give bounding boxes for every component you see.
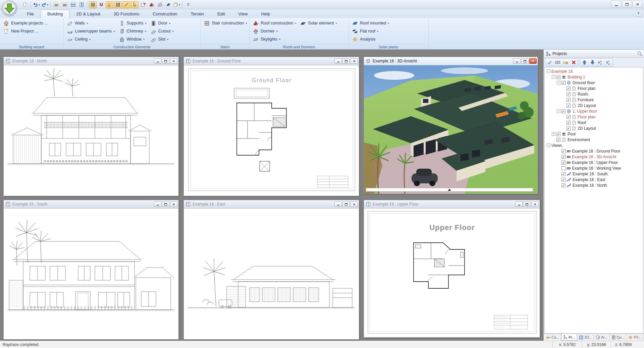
tree-checkbox[interactable]: ✓	[561, 161, 566, 165]
tree-checkbox[interactable]: ✓	[567, 104, 571, 108]
tree-checkbox[interactable]: ✓	[556, 138, 560, 142]
dropdown-arrow-icon[interactable]: ▾	[388, 22, 389, 25]
window-restore-button[interactable]	[342, 58, 350, 64]
redo-icon[interactable]: ▾	[41, 1, 49, 8]
tree-item-views[interactable]: −Views	[545, 142, 643, 148]
dropdown-arrow-icon[interactable]: ▾	[145, 22, 147, 25]
tree-checkbox[interactable]: ✓	[567, 92, 571, 96]
ribbon-ceiling[interactable]: Ceiling▾	[66, 35, 116, 43]
ribbon-door[interactable]: Door▾	[149, 19, 175, 27]
edit-icon[interactable]	[561, 59, 570, 66]
tab-edit[interactable]: Edit	[211, 10, 231, 18]
window-upper-floor[interactable]: Example 16 : Upper Floor× Upper Floor	[364, 200, 540, 338]
ribbon-new-project[interactable]: New Project ...	[2, 27, 49, 35]
toolbar-options-icon[interactable]	[184, 1, 192, 8]
tab-3d-functions[interactable]: 3D Functions	[107, 10, 146, 18]
tree-item-example-16-3d-ansicht[interactable]: ✓3DExample 16 : 3D-Ansicht	[545, 154, 643, 160]
ribbon-supports[interactable]: Supports▾	[118, 19, 148, 27]
panel-tab-qu[interactable]: Qu...	[610, 334, 627, 341]
3d-render-view[interactable]	[364, 65, 538, 194]
tree-item-example-16-north[interactable]: ✓Example 16 : North	[545, 182, 643, 188]
tree-checkbox[interactable]: ✓	[567, 115, 571, 119]
window-minimize-button[interactable]	[154, 201, 161, 207]
window-restore-button[interactable]	[523, 201, 531, 207]
transfer-window-icon[interactable]	[139, 1, 147, 8]
solar-tool-icon[interactable]	[164, 1, 172, 8]
ribbon-window[interactable]: Window▾	[118, 35, 148, 43]
dropdown-arrow-icon[interactable]: ▾	[172, 30, 173, 33]
tree-item-pool[interactable]: +✓Pool	[545, 131, 643, 137]
split-vertical-icon[interactable]	[77, 1, 85, 8]
window-north[interactable]: Example 16 : North×	[3, 57, 179, 196]
north-elevation-view[interactable]	[4, 65, 178, 196]
ribbon-skylights[interactable]: Skylights▾	[252, 35, 298, 43]
panel-tab-ar[interactable]: Ar...	[594, 334, 610, 341]
dropdown-arrow-icon[interactable]: ▾	[276, 30, 278, 33]
tree-checkbox[interactable]: ✓	[561, 149, 566, 153]
delete-icon[interactable]	[570, 59, 578, 66]
new-drawing-icon[interactable]	[21, 1, 29, 8]
tab-help[interactable]: Help	[254, 10, 277, 18]
tab-terrain[interactable]: Terrain	[184, 10, 211, 18]
snap-magnet-icon[interactable]	[97, 1, 105, 8]
dropdown-arrow-icon[interactable]: ▾	[279, 38, 280, 41]
tree-item-building-1[interactable]: −✓Building 1	[545, 74, 643, 80]
window-south[interactable]: Example 16 : South×	[3, 200, 179, 340]
expand-icon[interactable]: +	[552, 132, 555, 136]
tree-item-example-16-ground-floor[interactable]: ✓2DExample 16 : Ground Floor	[545, 148, 643, 154]
tree-item-example-16-east[interactable]: ✓Example 16 : East	[545, 177, 643, 182]
tab-2d-layout[interactable]: 2D & Layout	[69, 10, 107, 18]
sort-za-icon[interactable]: za	[604, 59, 612, 66]
tree-checkbox[interactable]: ✓	[561, 172, 566, 176]
move-up-icon[interactable]	[580, 59, 588, 66]
parallel-guides-icon[interactable]	[114, 1, 122, 8]
collapse-icon[interactable]: −	[547, 69, 550, 73]
grid-icon[interactable]	[89, 1, 97, 8]
window-titlebar[interactable]: Example 16 : Upper Floor×	[364, 200, 540, 209]
window-restore-button[interactable]	[342, 201, 350, 207]
panel-tab-ca[interactable]: Ca...	[544, 334, 561, 341]
tree-item-environment[interactable]: ✓Environment	[545, 137, 643, 142]
split-horizontal-icon[interactable]	[69, 1, 77, 8]
window-close-button[interactable]: ×	[170, 201, 177, 207]
dropdown-arrow-icon[interactable]: ▾	[169, 22, 170, 25]
window-titlebar[interactable]: Example 16 : South×	[4, 200, 178, 209]
window-minimize-button[interactable]	[334, 58, 342, 64]
window-close-button[interactable]: ×	[351, 201, 358, 207]
tree-item-ground-floor[interactable]: −✓Ground floor	[545, 80, 643, 85]
help-icon[interactable]: ?	[635, 11, 641, 17]
dropdown-arrow-icon[interactable]: ▾	[335, 22, 337, 25]
ribbon-slot[interactable]: Slot▾	[149, 35, 175, 43]
window-minimize-button[interactable]	[513, 58, 521, 64]
upper-floor-plan-view[interactable]: Upper Floor	[364, 209, 540, 337]
pin-icon[interactable]	[637, 51, 643, 57]
tree-checkbox[interactable]: ✓	[567, 98, 571, 102]
south-elevation-view[interactable]	[4, 209, 178, 339]
tree-checkbox[interactable]: ✓	[567, 86, 571, 91]
tab-file[interactable]: File	[20, 10, 41, 18]
tree-checkbox[interactable]: ✓	[556, 132, 560, 136]
tree-checkbox[interactable]: ✓	[561, 81, 566, 85]
tree-checkbox[interactable]: ✓	[556, 75, 560, 79]
collapse-icon[interactable]: −	[547, 143, 550, 147]
window-titlebar[interactable]: Example 16 : East×	[184, 200, 359, 209]
window-close-button[interactable]: ×	[170, 58, 177, 64]
tree-item-roof[interactable]: ✓Roof	[545, 120, 643, 125]
measure-icon[interactable]	[122, 1, 130, 8]
move-down-icon[interactable]	[588, 59, 596, 66]
sort-az-icon[interactable]: az	[596, 59, 604, 66]
ground-floor-plan-view[interactable]: Ground Floor	[184, 65, 359, 196]
collapse-icon[interactable]: −	[552, 75, 555, 79]
ribbon-walls[interactable]: Walls▾	[66, 19, 116, 27]
dropdown-arrow-icon[interactable]: ▾	[145, 30, 146, 33]
2d-view-icon[interactable]: 2D	[52, 1, 60, 8]
ribbon-stair-construction[interactable]: Stair construction▾	[203, 19, 249, 27]
window-titlebar[interactable]: Example 16 : 3D-Ansicht×	[364, 57, 538, 65]
tree-item-2d-layout[interactable]: ✓2D Layout	[545, 103, 643, 108]
tree-item-example-16-upper-floor[interactable]: ✓2DExample 16 : Upper Floor	[545, 160, 643, 165]
window-restore-button[interactable]	[521, 58, 529, 64]
window-titlebar[interactable]: Example 16 : Ground Floor×	[184, 57, 359, 65]
tree-item-floor-plan[interactable]: ✓Floor plan	[545, 114, 643, 120]
ribbon-lower-upper-beams[interactable]: Lower/upper beams▾	[66, 27, 116, 35]
ribbon-flat-roof[interactable]: Flat roof▾	[351, 27, 391, 35]
